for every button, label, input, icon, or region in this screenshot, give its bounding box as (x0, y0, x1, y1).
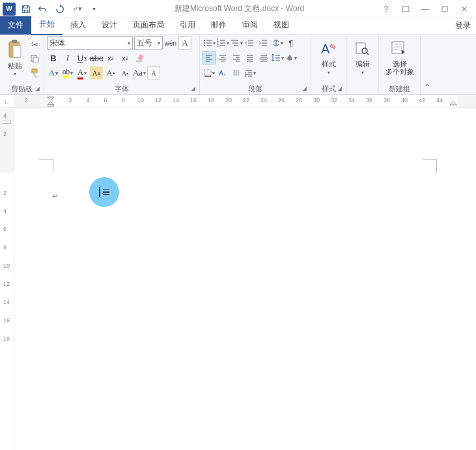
svg-rect-7 (32, 69, 37, 72)
bold-button[interactable]: B (47, 51, 60, 64)
help-button[interactable]: ? (377, 2, 395, 16)
chevron-down-icon: ▾ (14, 71, 16, 77)
select-objects-button[interactable]: 选择多个对象 (382, 36, 417, 76)
group-select: 选择多个对象 新建组 (379, 35, 421, 94)
qat-customize-button[interactable]: ▾ (86, 1, 102, 17)
increase-indent-button[interactable] (257, 36, 270, 49)
clear-formatting-button[interactable] (133, 51, 146, 64)
split-handle[interactable] (3, 120, 11, 124)
sort-button[interactable]: A↓ (216, 66, 229, 79)
asian-layout-button[interactable]: ▾ (271, 36, 284, 49)
snap-to-grid-button[interactable] (230, 66, 243, 79)
char-shading-button[interactable]: Aa (90, 66, 103, 79)
pinyin-guide-button[interactable]: wén (164, 36, 177, 49)
enclose-char-button[interactable]: A (147, 66, 160, 79)
tab-layout[interactable]: 页面布局 (125, 16, 172, 35)
editing-button[interactable]: 编辑▾ (349, 36, 376, 77)
dialog-launcher-icon[interactable]: ◢ (35, 85, 40, 92)
multilevel-list-button[interactable]: ▾ (230, 36, 243, 49)
styles-button[interactable]: A 样式▾ (314, 36, 343, 77)
copy-button[interactable] (28, 52, 41, 65)
indent-marker-icon[interactable] (51, 95, 54, 109)
shrink-font-button[interactable]: A▾ (119, 66, 132, 79)
dialog-launcher-icon[interactable]: ◢ (191, 85, 195, 92)
page-margin-corner (39, 159, 53, 173)
tab-insert[interactable]: 插入 (63, 16, 94, 35)
tab-design[interactable]: 设计 (94, 16, 125, 35)
document-area: 4224681012141618 ↵ (0, 108, 476, 450)
ruler-tick: 4 (86, 97, 89, 104)
shading-button[interactable]: ▾ (285, 51, 298, 64)
window-title: 新建Microsoft Word 文档.docx - Word (102, 3, 377, 14)
strikethrough-button[interactable]: abc (90, 51, 103, 64)
group-label-styles: 样式◢ (314, 84, 343, 94)
ribbon-display-button[interactable] (397, 2, 415, 16)
tab-references[interactable]: 引用 (172, 16, 203, 35)
dialog-launcher-icon[interactable]: ◢ (337, 85, 342, 92)
maximize-button[interactable] (436, 2, 454, 16)
tab-selector[interactable]: ∟ (0, 95, 14, 107)
align-distributed-button[interactable] (257, 51, 270, 64)
undo-button[interactable] (35, 1, 51, 17)
ruler-tick: 42 (419, 97, 425, 104)
ruler-tick: 36 (366, 97, 372, 104)
show-marks-button[interactable]: ¶ (285, 36, 298, 49)
sign-in-link[interactable]: 登录 (450, 17, 476, 35)
ruler-tick: 2 (3, 190, 7, 196)
title-bar: W ⤶▾ ▾ 新建Microsoft Word 文档.docx - Word ?… (0, 0, 476, 18)
ribbon-tabs: 文件 开始 插入 设计 页面布局 引用 邮件 审阅 视图 登录 (0, 18, 476, 35)
format-painter-button[interactable] (28, 66, 41, 79)
font-size-combo[interactable]: 五号▾ (134, 36, 163, 49)
ruler-tick: 10 (3, 262, 10, 269)
clipboard-icon (5, 38, 25, 61)
close-button[interactable]: ✕ (455, 2, 473, 16)
svg-point-11 (204, 45, 205, 46)
svg-text:A: A (321, 42, 330, 56)
line-spacing-button[interactable]: ▾ (271, 51, 284, 64)
tab-review[interactable]: 审阅 (234, 16, 266, 35)
align-center-button[interactable] (216, 51, 229, 64)
bullets-button[interactable]: ▾ (203, 36, 216, 49)
document-canvas[interactable]: ↵ (14, 108, 476, 450)
minimize-button[interactable]: — (416, 2, 434, 16)
collapse-ribbon-button[interactable]: ⌃ (421, 35, 434, 94)
ruler-tick: 22 (243, 97, 249, 104)
subscript-button[interactable]: x2 (104, 51, 117, 64)
tab-file[interactable]: 文件 (0, 16, 31, 35)
superscript-button[interactable]: x2 (119, 51, 132, 64)
numbering-button[interactable]: 123▾ (216, 36, 229, 49)
align-justify-button[interactable] (244, 51, 257, 64)
save-button[interactable] (18, 1, 34, 17)
cut-button[interactable]: ✂ (28, 38, 41, 51)
borders-button[interactable]: ▾ (203, 66, 216, 79)
right-indent-marker-icon[interactable] (453, 95, 456, 109)
decrease-indent-button[interactable] (244, 36, 257, 49)
tab-home[interactable]: 开始 (31, 16, 63, 35)
grow-font-button[interactable]: A▴ (104, 66, 117, 79)
font-name-combo[interactable]: 宋体▾ (47, 36, 133, 49)
quick-access-toolbar: ⤶▾ ▾ (18, 1, 102, 17)
redo-button[interactable] (52, 1, 68, 17)
italic-button[interactable]: I (61, 51, 74, 64)
highlight-button[interactable]: ab▾ (61, 66, 74, 79)
horizontal-ruler[interactable]: 2246810121416182022242628303234363840424… (14, 95, 476, 107)
group-label-paragraph: 段落◢ (203, 84, 308, 94)
character-border-button[interactable]: A (178, 36, 191, 49)
underline-button[interactable]: U▾ (76, 51, 89, 64)
text-effects-button[interactable]: A▾ (47, 66, 60, 79)
paste-button[interactable]: 粘贴 ▾ (3, 36, 27, 77)
tab-mailings[interactable]: 邮件 (203, 16, 234, 35)
change-case-button[interactable]: Aa▾ (133, 66, 146, 79)
dialog-launcher-icon[interactable]: ◢ (302, 85, 307, 92)
align-left-button[interactable] (203, 51, 216, 64)
ruler-tick: 16 (190, 97, 197, 104)
ruler-tick: 8 (121, 97, 124, 104)
qat-more-button[interactable]: ⤶▾ (69, 1, 85, 17)
font-color-button[interactable]: A▾ (76, 66, 89, 79)
align-right-button[interactable] (230, 51, 243, 64)
find-icon (353, 39, 372, 59)
ruler-tick: 6 (3, 226, 7, 232)
vertical-ruler[interactable]: 4224681012141618 (0, 108, 14, 450)
tabs-button[interactable]: ▾ (244, 66, 257, 79)
tab-view[interactable]: 视图 (266, 16, 297, 35)
